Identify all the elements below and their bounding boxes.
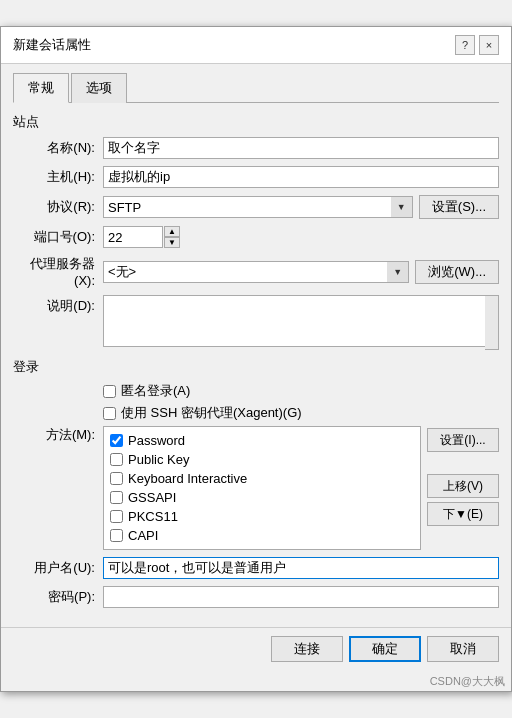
proxy-row: 代理服务器(X): <无> ▼ 浏览(W)... (13, 255, 499, 288)
password-input[interactable] (103, 586, 499, 608)
xagent-checkbox[interactable] (103, 407, 116, 420)
protocol-row: 协议(R): SFTP FTP SCP Telnet ▼ 设置(S)... (13, 195, 499, 219)
port-label: 端口号(O): (13, 228, 103, 246)
protocol-select[interactable]: SFTP FTP SCP Telnet (103, 196, 413, 218)
method-checkbox-keyboard[interactable] (110, 472, 123, 485)
anonymous-label: 匿名登录(A) (121, 382, 190, 400)
help-button[interactable]: ? (455, 35, 475, 55)
desc-label: 说明(D): (13, 295, 103, 315)
method-item-pkcs11: PKCS11 (108, 507, 416, 526)
port-spin-down[interactable]: ▼ (164, 237, 180, 248)
port-input[interactable] (103, 226, 163, 248)
dialog-title: 新建会话属性 (13, 36, 91, 54)
name-row: 名称(N): (13, 137, 499, 159)
anonymous-checkbox[interactable] (103, 385, 116, 398)
username-label: 用户名(U): (13, 559, 103, 577)
footer-buttons: 连接 确定 取消 (1, 627, 511, 672)
tabs: 常规 选项 (13, 72, 499, 103)
cancel-button[interactable]: 取消 (427, 636, 499, 662)
username-input[interactable] (103, 557, 499, 579)
tab-general[interactable]: 常规 (13, 73, 69, 103)
desc-row: 说明(D): (13, 295, 499, 350)
method-settings-button[interactable]: 设置(I)... (427, 428, 499, 452)
method-list: Password Public Key Keyboard Interactive… (103, 426, 421, 550)
proxy-browse-button[interactable]: 浏览(W)... (415, 260, 499, 284)
method-label-gssapi: GSSAPI (128, 490, 176, 505)
method-checkbox-capi[interactable] (110, 529, 123, 542)
proxy-label: 代理服务器(X): (13, 255, 103, 288)
method-label-pkcs11: PKCS11 (128, 509, 178, 524)
title-bar-buttons: ? × (455, 35, 499, 55)
password-row: 密码(P): (13, 586, 499, 608)
xagent-row: 使用 SSH 密钥代理(Xagent)(G) (103, 404, 499, 422)
method-checkbox-publickey[interactable] (110, 453, 123, 466)
name-input[interactable] (103, 137, 499, 159)
method-row: 方法(M): Password Public Key Keyboard Inte… (13, 426, 499, 550)
proxy-select-wrapper: <无> ▼ (103, 261, 409, 283)
proxy-select[interactable]: <无> (103, 261, 409, 283)
method-down-button[interactable]: 下▼(E) (427, 502, 499, 526)
method-checkbox-pkcs11[interactable] (110, 510, 123, 523)
method-checkbox-gssapi[interactable] (110, 491, 123, 504)
protocol-label: 协议(R): (13, 198, 103, 216)
close-button[interactable]: × (479, 35, 499, 55)
host-input[interactable] (103, 166, 499, 188)
method-label-keyboard: Keyboard Interactive (128, 471, 247, 486)
site-section-label: 站点 (13, 113, 499, 131)
port-row: 端口号(O): ▲ ▼ (13, 226, 499, 248)
method-item-password: Password (108, 431, 416, 450)
watermark: CSDN@大大枫 (1, 672, 511, 691)
protocol-settings-button[interactable]: 设置(S)... (419, 195, 499, 219)
method-item-gssapi: GSSAPI (108, 488, 416, 507)
port-spin-up[interactable]: ▲ (164, 226, 180, 237)
method-item-publickey: Public Key (108, 450, 416, 469)
textarea-scrollbar[interactable] (485, 295, 499, 350)
method-label-capi: CAPI (128, 528, 158, 543)
method-item-keyboard: Keyboard Interactive (108, 469, 416, 488)
method-up-button[interactable]: 上移(V) (427, 474, 499, 498)
ok-button[interactable]: 确定 (349, 636, 421, 662)
name-label: 名称(N): (13, 139, 103, 157)
login-section-label: 登录 (13, 358, 499, 376)
protocol-select-wrapper: SFTP FTP SCP Telnet ▼ (103, 196, 413, 218)
method-label-password: Password (128, 433, 185, 448)
xagent-label: 使用 SSH 密钥代理(Xagent)(G) (121, 404, 302, 422)
dialog-content: 常规 选项 站点 名称(N): 主机(H): 协议(R): SFTP FTP S… (1, 64, 511, 627)
password-label: 密码(P): (13, 588, 103, 606)
desc-textarea[interactable] (103, 295, 499, 347)
title-bar: 新建会话属性 ? × (1, 27, 511, 64)
port-spin-buttons: ▲ ▼ (164, 226, 180, 248)
host-row: 主机(H): (13, 166, 499, 188)
method-buttons: 设置(I)... 上移(V) 下▼(E) (427, 426, 499, 526)
host-label: 主机(H): (13, 168, 103, 186)
connect-button[interactable]: 连接 (271, 636, 343, 662)
port-wrapper: ▲ ▼ (103, 226, 180, 248)
tab-options[interactable]: 选项 (71, 73, 127, 103)
method-item-capi: CAPI (108, 526, 416, 545)
method-checkbox-password[interactable] (110, 434, 123, 447)
desc-textarea-wrapper (103, 295, 499, 350)
username-row: 用户名(U): (13, 557, 499, 579)
method-label-publickey: Public Key (128, 452, 189, 467)
anonymous-row: 匿名登录(A) (103, 382, 499, 400)
method-label: 方法(M): (13, 426, 103, 444)
dialog: 新建会话属性 ? × 常规 选项 站点 名称(N): 主机(H): 协议(R): (0, 26, 512, 692)
